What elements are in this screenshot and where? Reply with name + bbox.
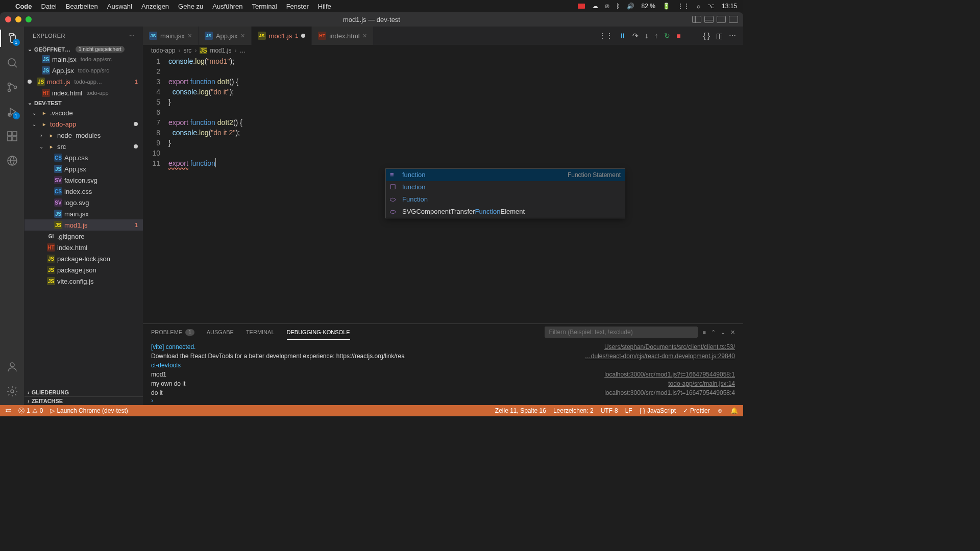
activity-remote[interactable] bbox=[6, 154, 19, 167]
wifi-icon[interactable]: ⋮⋮ bbox=[677, 3, 690, 10]
battery-icon[interactable]: 🔋 bbox=[663, 3, 670, 10]
restart-icon[interactable]: ↻ bbox=[664, 32, 670, 40]
console-source-link[interactable]: localhost:3000/src/mod1.js?t=16647954490… bbox=[598, 370, 735, 379]
activity-source-control[interactable] bbox=[6, 81, 19, 94]
console-source-link[interactable]: Users/stephan/Documents/src/client/clien… bbox=[598, 342, 735, 352]
suggest-item[interactable]: ⬭SVGComponentTransferFunctionElement bbox=[386, 206, 625, 218]
close-tab-icon[interactable]: × bbox=[241, 32, 245, 40]
step-over-icon[interactable]: ↷ bbox=[632, 32, 639, 40]
panel-filter-input[interactable] bbox=[545, 327, 698, 338]
console-source-link[interactable]: localhost:3000/src/mod1.js?t=16647954490… bbox=[598, 388, 735, 395]
suggest-item[interactable]: ⬭Function bbox=[386, 193, 625, 206]
display-icon[interactable]: ⎚ bbox=[605, 3, 609, 10]
split-editor-icon[interactable]: ◫ bbox=[716, 32, 723, 40]
close-tab-icon[interactable]: × bbox=[188, 32, 192, 40]
app-name[interactable]: Code bbox=[15, 3, 32, 10]
crumb[interactable]: mod1.js bbox=[210, 47, 231, 54]
console-source-link[interactable]: …dules/react-dom/cjs/react-dom.developme… bbox=[579, 352, 735, 361]
tree-folder[interactable]: ›▸node_modules bbox=[24, 130, 143, 141]
menu-run[interactable]: Ausführen bbox=[212, 3, 242, 10]
open-editors-section[interactable]: ⌄ GEÖFFNET… 1 nicht gespeichert bbox=[24, 45, 143, 54]
volume-icon[interactable]: 🔊 bbox=[627, 3, 634, 10]
cloud-icon[interactable]: ☁ bbox=[592, 3, 598, 10]
open-editor-item[interactable]: JSmain.jsxtodo-app/src bbox=[24, 54, 143, 65]
menu-go[interactable]: Gehe zu bbox=[178, 3, 203, 10]
editor-tab[interactable]: JSmod1.js1 bbox=[252, 27, 312, 45]
tree-folder[interactable]: ⌄▸src bbox=[24, 141, 143, 152]
crumb[interactable]: … bbox=[239, 47, 246, 54]
open-editor-item[interactable]: JSmod1.jstodo-app…1 bbox=[24, 76, 143, 87]
activity-search[interactable] bbox=[6, 56, 19, 69]
status-eol[interactable]: LF bbox=[625, 407, 632, 414]
search-icon[interactable]: ⌕ bbox=[697, 3, 700, 10]
more-icon[interactable]: ⋯ bbox=[129, 33, 135, 39]
layout-panel-bottom-icon[interactable] bbox=[704, 16, 714, 23]
open-editor-item[interactable]: JSApp.jsxtodo-app/src bbox=[24, 65, 143, 76]
crumb[interactable]: todo-app bbox=[151, 47, 175, 54]
braces-icon[interactable]: { } bbox=[703, 32, 710, 40]
menu-view[interactable]: Anzeigen bbox=[141, 3, 169, 10]
activity-explorer[interactable]: 1 bbox=[6, 32, 19, 45]
status-launch[interactable]: ▷ Launch Chrome (dev-test) bbox=[50, 407, 128, 414]
editor-tab[interactable]: HTindex.html× bbox=[312, 27, 373, 45]
tree-file[interactable]: JSpackage.json bbox=[24, 264, 143, 276]
activity-account[interactable] bbox=[6, 360, 19, 373]
console-source-link[interactable]: todo-app/src/main.jsx:14 bbox=[662, 379, 735, 388]
bell-icon[interactable]: 🔔 bbox=[730, 407, 738, 414]
open-editor-item[interactable]: HTindex.htmltodo-app bbox=[24, 87, 143, 98]
workspace-section[interactable]: ⌄ DEV-TEST bbox=[24, 98, 143, 107]
activity-settings[interactable] bbox=[6, 385, 19, 398]
status-problems[interactable]: ⓧ 1 ⚠ 0 bbox=[18, 407, 43, 415]
editor-tab[interactable]: JSApp.jsx× bbox=[199, 27, 252, 45]
tree-file[interactable]: JSmain.jsx bbox=[24, 208, 143, 219]
close-tab-icon[interactable]: × bbox=[363, 32, 367, 40]
control-center-icon[interactable]: ⌥ bbox=[707, 3, 715, 10]
status-language[interactable]: { } JavaScript bbox=[640, 407, 676, 414]
panel-tab-debug-console[interactable]: DEBUGGING-KONSOLE bbox=[287, 327, 350, 337]
suggest-item[interactable]: ≡functionFunction Statement bbox=[386, 169, 625, 181]
tree-file[interactable]: JSApp.jsx bbox=[24, 163, 143, 174]
activity-run-debug[interactable]: 1 bbox=[6, 105, 19, 118]
timeline-section[interactable]: › ZEITACHSE bbox=[24, 396, 143, 405]
step-out-icon[interactable]: ↑ bbox=[654, 32, 658, 40]
drag-icon[interactable]: ⋮⋮ bbox=[599, 32, 613, 40]
more-icon[interactable]: ⋯ bbox=[729, 32, 736, 40]
tree-folder[interactable]: ⌄▸todo-app bbox=[24, 118, 143, 130]
tree-file[interactable]: GI.gitignore bbox=[24, 231, 143, 242]
menu-terminal[interactable]: Terminal bbox=[252, 3, 277, 10]
suggest-item[interactable]: ☐function bbox=[386, 181, 625, 193]
panel-tab-terminal[interactable]: TERMINAL bbox=[246, 327, 275, 337]
chevron-up-icon[interactable]: ⌃ bbox=[711, 329, 716, 336]
editor-tab[interactable]: JSmain.jsx× bbox=[143, 27, 199, 45]
status-encoding[interactable]: UTF-8 bbox=[601, 407, 618, 414]
menu-edit[interactable]: Bearbeiten bbox=[66, 3, 98, 10]
step-into-icon[interactable]: ↓ bbox=[645, 32, 648, 40]
record-icon[interactable] bbox=[578, 4, 585, 9]
layout-sidebar-left-icon[interactable] bbox=[692, 16, 701, 23]
close-panel-icon[interactable]: ✕ bbox=[730, 329, 735, 336]
feedback-icon[interactable]: ☺ bbox=[717, 407, 723, 414]
panel-tab-problems[interactable]: PROBLEME 1 bbox=[151, 327, 194, 338]
tree-file[interactable]: SVfavicon.svg bbox=[24, 174, 143, 186]
breadcrumbs[interactable]: todo-app › src › JS mod1.js › … bbox=[143, 45, 743, 56]
suggest-widget[interactable]: ≡functionFunction Statement☐function⬭Fun… bbox=[385, 168, 625, 218]
panel-tab-output[interactable]: AUSGABE bbox=[207, 327, 234, 337]
activity-extensions[interactable] bbox=[6, 130, 19, 143]
tree-file[interactable]: CSApp.css bbox=[24, 152, 143, 163]
menu-window[interactable]: Fenster bbox=[286, 3, 309, 10]
layout-customize-icon[interactable] bbox=[729, 16, 738, 23]
tree-file[interactable]: JSvite.config.js bbox=[24, 276, 143, 287]
status-line-col[interactable]: Zeile 11, Spalte 16 bbox=[495, 407, 546, 414]
menu-selection[interactable]: Auswahl bbox=[107, 3, 132, 10]
tree-file[interactable]: SVlogo.svg bbox=[24, 197, 143, 208]
close-window-button[interactable] bbox=[5, 16, 11, 22]
status-prettier[interactable]: ✓ Prettier bbox=[683, 407, 710, 414]
outline-section[interactable]: › GLIEDERUNG bbox=[24, 388, 143, 396]
tree-file[interactable]: HTindex.html bbox=[24, 242, 143, 253]
zoom-window-button[interactable] bbox=[26, 16, 32, 22]
pause-icon[interactable]: ⏸ bbox=[619, 32, 626, 40]
layout-sidebar-right-icon[interactable] bbox=[717, 16, 726, 23]
menu-file[interactable]: Datei bbox=[41, 3, 57, 10]
tree-file[interactable]: CSindex.css bbox=[24, 186, 143, 197]
tree-file[interactable]: JSmod1.js1 bbox=[24, 219, 143, 231]
